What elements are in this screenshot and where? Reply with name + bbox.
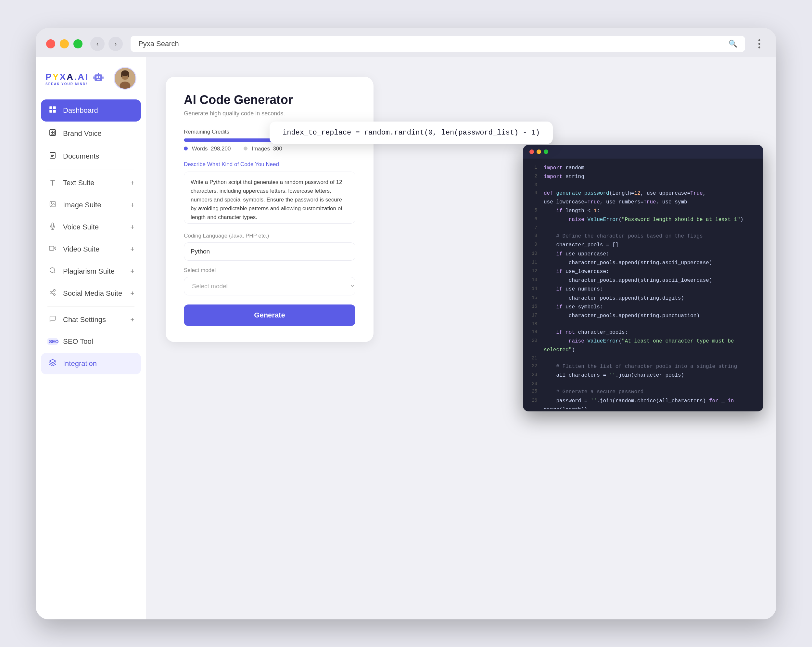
code-line: 18	[530, 320, 757, 328]
code-line: 9 character_pools = []	[530, 241, 757, 249]
sidebar-item-label: Brand Voice	[63, 129, 102, 138]
code-line: 8 # Define the character pools based on …	[530, 232, 757, 241]
describe-label: Describe What Kind of Code You Need	[184, 161, 355, 168]
main-layout: PYXA.AI SPEAK YOUR MIND!	[36, 57, 776, 619]
code-line: 19 if not character_pools:	[530, 328, 757, 337]
sidebar-item-voice-suite[interactable]: Voice Suite +	[41, 217, 141, 237]
svg-rect-17	[50, 130, 55, 136]
images-value: 300	[273, 145, 282, 152]
expand-icon: +	[130, 289, 134, 298]
expand-icon: +	[130, 267, 134, 275]
expand-icon: +	[130, 223, 134, 231]
sidebar-item-chat-settings[interactable]: Chat Settings +	[41, 309, 141, 330]
code-line: 16 if use_symbols:	[530, 303, 757, 312]
sidebar-item-image-suite[interactable]: Image Suite +	[41, 195, 141, 216]
code-editor-header	[523, 145, 763, 159]
svg-rect-4	[98, 73, 99, 74]
code-line: 2import string	[530, 173, 757, 181]
main-content: AI Code Generator Generate high quality …	[146, 57, 776, 619]
expand-icon: +	[130, 179, 134, 187]
sidebar-item-integration[interactable]: Integration	[41, 353, 141, 374]
sidebar-item-text-suite[interactable]: T Text Suite +	[41, 173, 141, 193]
sidebar-item-label: Text Suite	[63, 179, 95, 187]
code-line: 22 # Flatten the list of character pools…	[530, 363, 757, 371]
images-dot	[244, 147, 247, 150]
sidebar-item-social-media[interactable]: Social Media Suite +	[41, 283, 141, 304]
expand-icon: +	[130, 245, 134, 254]
code-line: 4def generate_password(length=12, use_up…	[530, 189, 757, 206]
sidebar-item-dashboard[interactable]: Dashboard	[41, 99, 141, 122]
svg-rect-15	[49, 110, 52, 113]
svg-rect-11	[121, 74, 122, 77]
address-bar[interactable]: Pyxa Search 🔍	[131, 36, 745, 52]
code-editor-panel: 1import random 2import string 3 4def gen…	[523, 145, 763, 411]
code-line: 5 if length < 1:	[530, 206, 757, 216]
svg-point-9	[120, 81, 131, 90]
sidebar-item-documents[interactable]: Documents	[41, 145, 141, 167]
code-line: 7	[530, 224, 757, 232]
code-line: 25 # Generate a secure password	[530, 388, 757, 396]
browser-chrome: ‹ › Pyxa Search 🔍	[36, 28, 776, 57]
credits-stats: Words 298,200 Images 300	[184, 145, 355, 152]
sidebar-item-plagiarism-suite[interactable]: Plagiarism Suite +	[41, 261, 141, 282]
svg-line-33	[54, 272, 55, 273]
generate-button[interactable]: Generate	[184, 304, 355, 326]
sidebar-item-label: Chat Settings	[63, 315, 106, 324]
nav-divider-2	[47, 306, 134, 307]
expand-icon: +	[130, 201, 134, 209]
user-avatar[interactable]	[114, 67, 136, 90]
plagiarism-icon	[47, 267, 58, 276]
address-text: Pyxa Search	[138, 40, 179, 48]
model-select[interactable]: Select model	[184, 277, 355, 295]
sidebar: PYXA.AI SPEAK YOUR MIND!	[36, 57, 146, 619]
text-suite-icon: T	[47, 178, 58, 188]
expand-icon: +	[130, 315, 134, 324]
code-line: 26 password = ''.join(random.choice(all_…	[530, 397, 757, 409]
svg-rect-21	[53, 133, 54, 134]
sidebar-item-video-suite[interactable]: Video Suite +	[41, 239, 141, 260]
images-stat: Images 300	[244, 145, 282, 152]
browser-window: ‹ › Pyxa Search 🔍 PYXA.AI	[36, 28, 776, 619]
code-line: 1import random	[530, 164, 757, 173]
code-line: 20 raise ValueError("At least one charac…	[530, 337, 757, 355]
search-icon: 🔍	[728, 40, 737, 48]
minimize-button[interactable]	[60, 39, 69, 48]
code-generator-card: AI Code Generator Generate high quality …	[166, 77, 374, 342]
svg-marker-30	[54, 247, 56, 249]
code-line: 12 if use_lowercase:	[530, 268, 757, 276]
forward-button[interactable]: ›	[108, 37, 123, 51]
maximize-button[interactable]	[73, 39, 82, 48]
code-snippet-bar: index_to_replace = random.randint(0, len…	[270, 122, 553, 144]
svg-point-35	[50, 292, 52, 294]
svg-rect-14	[53, 106, 56, 109]
describe-textarea[interactable]: Write a Python script that generates a r…	[184, 171, 355, 223]
brand-voice-icon	[47, 129, 58, 138]
menu-dots-button[interactable]	[753, 39, 766, 48]
lang-input[interactable]	[184, 242, 355, 261]
svg-point-36	[53, 294, 55, 295]
sidebar-item-label: Dashboard	[63, 106, 98, 115]
code-body: 1import random 2import string 3 4def gen…	[523, 159, 763, 409]
sidebar-item-brand-voice[interactable]: Brand Voice	[41, 123, 141, 144]
back-button[interactable]: ‹	[90, 37, 105, 51]
sidebar-item-seo-tool[interactable]: SEO SEO Tool	[41, 332, 141, 352]
code-line: 13 character_pools.append(string.ascii_l…	[530, 276, 757, 285]
robot-icon	[92, 70, 105, 84]
code-line: 6 raise ValueError("Password length shou…	[530, 216, 757, 224]
svg-rect-18	[51, 131, 52, 132]
code-line: 14 if use_numbers:	[530, 285, 757, 294]
chat-icon	[47, 315, 58, 324]
close-button[interactable]	[46, 39, 55, 48]
nav-items-list: Dashboard Brand Voice Documents	[36, 96, 146, 613]
voice-suite-icon	[47, 223, 58, 232]
code-line: 15 character_pools.append(string.digits)	[530, 294, 757, 303]
code-line: 21	[530, 355, 757, 363]
svg-rect-12	[128, 74, 129, 77]
dot1	[759, 39, 760, 41]
integration-icon	[47, 359, 58, 369]
lang-label: Coding Language (Java, PHP etc.)	[184, 232, 355, 239]
image-suite-icon	[47, 200, 58, 210]
pyxa-logo: PYXA.AI SPEAK YOUR MIND!	[46, 70, 105, 86]
words-dot	[184, 147, 188, 150]
documents-icon	[47, 151, 58, 161]
